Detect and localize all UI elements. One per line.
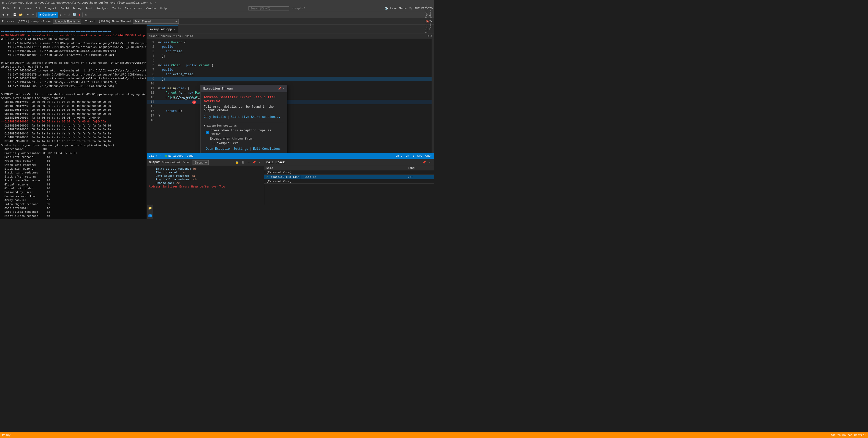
callstack-row-2[interactable]: [External Code] (264, 179, 434, 184)
main-layout: ========================================… (0, 25, 434, 219)
menu-debug[interactable]: Debug (71, 6, 84, 10)
spc-label: SPC (417, 154, 423, 158)
restart-button[interactable]: 🔄 (71, 12, 77, 18)
except-from-container: Except when thrown from: (204, 137, 284, 141)
callstack-cell-lang-1: C++ (406, 175, 434, 179)
menu-file[interactable]: File (1, 6, 12, 10)
exe-checkbox[interactable] (212, 142, 215, 145)
exception-message: Full error details can be found in the o… (204, 105, 284, 112)
live-share-button[interactable]: 📡 Live Share (385, 7, 407, 10)
output-close[interactable]: ✕ (257, 160, 262, 165)
undo-button[interactable]: ↩ (26, 12, 30, 18)
edit-conditions-link[interactable]: Edit Conditions (253, 147, 281, 151)
output-row-4: Right alloca redzone: cb (149, 178, 262, 181)
output-source-dropdown[interactable]: Debug (192, 160, 209, 165)
team-explorer-label: Team Explorer (429, 8, 432, 30)
close-button[interactable]: ✕ (154, 1, 157, 4)
thread-dropdown[interactable]: Main Thread (133, 19, 179, 24)
breadcrumb: Miscellaneous Files › Child ⊞ ⚙ (147, 33, 434, 39)
breadcrumb-folder[interactable]: Miscellaneous Files (149, 35, 181, 38)
callstack-close[interactable]: ✕ (428, 160, 432, 165)
continue-button[interactable]: ▶ Continue ▾ (37, 12, 58, 18)
menu-test[interactable]: Test (84, 6, 94, 10)
search-input[interactable] (248, 6, 289, 10)
menu-extensions[interactable]: Extensions (123, 6, 144, 10)
callstack-title: Call Stack (266, 161, 285, 164)
live-share-link[interactable]: Start Live Share session... (231, 115, 280, 119)
exception-links: Copy Details | Start Live Share session.… (204, 115, 284, 119)
split-button[interactable]: ⊞ (428, 34, 430, 38)
minimize-button[interactable]: ─ (146, 1, 149, 4)
breadcrumb-file[interactable]: Child (185, 35, 193, 38)
pin-button[interactable]: 📌 (278, 87, 282, 91)
callstack-cell-lang-0 (406, 170, 434, 175)
zoom-dropdown-icon: ▾ (159, 154, 161, 158)
callstack-panel: Call Stack 📌 ✕ Name Lang (264, 159, 434, 205)
code-editor[interactable]: 1 ⊟class Parent { 2 public: 3 int field; (147, 39, 434, 153)
active-frame-icon: ➤ (266, 175, 268, 178)
no-issues-dot (165, 155, 167, 157)
exe-item: example2.exe (204, 142, 284, 145)
toolbar-sep-4 (83, 12, 83, 17)
code-line-15: 15 (147, 104, 432, 109)
gear-icon[interactable]: ⚙ (430, 34, 432, 38)
copy-details-link[interactable]: Copy Details (204, 115, 226, 119)
settings-button[interactable]: ⚙ (84, 12, 88, 18)
redo-button[interactable]: ↪ (31, 12, 35, 18)
close-exception-button[interactable]: ✕ (283, 87, 284, 91)
step-over-button[interactable]: ⤵ (59, 12, 62, 18)
no-issues-label: No issues found (168, 154, 193, 158)
callstack-row-0[interactable]: [External Code] (264, 170, 434, 175)
zoom-level[interactable]: 111 % (149, 154, 157, 158)
output-scroll-lock[interactable]: 🔒 (235, 160, 240, 165)
code-line-8: 8 int extra_field; (147, 72, 432, 77)
solution-explorer-label: Solution Explorer (425, 5, 428, 33)
back-button[interactable]: ◀ (1, 12, 5, 18)
open-exception-settings-link[interactable]: Open Exception Settings (206, 147, 248, 151)
save-button[interactable]: 💾 (12, 12, 18, 18)
maximize-button[interactable]: □ (150, 1, 153, 4)
bottom-panels: Output Show output from: Debug 🔒 🗑 ↵ 📌 ✕ (147, 159, 434, 205)
open-button[interactable]: 📂 (18, 12, 24, 18)
forward-button[interactable]: ▶ (6, 12, 10, 18)
menu-help[interactable]: Help (158, 6, 169, 10)
output-word-wrap[interactable]: ↵ (246, 160, 251, 165)
show-from-label: Show output from: (162, 161, 190, 164)
tab-close-button[interactable]: ✕ (174, 28, 175, 31)
menu-project[interactable]: Project (43, 6, 59, 10)
menu-tools[interactable]: Tools (110, 6, 123, 10)
code-line-18: 18 (147, 118, 432, 123)
lifecycle-dropdown[interactable]: Lifecycle Events (53, 19, 81, 24)
editor-scrollbar[interactable] (432, 39, 434, 153)
callstack-pin[interactable]: 📌 (422, 160, 427, 165)
output-clear[interactable]: 🗑 (241, 160, 245, 165)
title-bar: ⚙ C:\MSDN\cpp-docs-pr\docs\c-language\AS… (0, 0, 434, 6)
status-right: Ln 9, Ch: 3 SPC CRLF (396, 154, 432, 158)
menu-edit[interactable]: Edit (12, 6, 23, 10)
menu-window[interactable]: Window (144, 6, 158, 10)
callstack-row-1[interactable]: ➤ example2.exe!main() Line 14 C++ (264, 175, 434, 179)
except-from-label: Except when thrown from: (210, 137, 254, 141)
ext-button[interactable]: 🔌 (409, 7, 412, 10)
code-line-6: 6 ⊟class Child : public Parent { (147, 63, 432, 68)
callstack-header: Call Stack 📌 ✕ (264, 159, 434, 166)
window-controls: ─ □ ✕ (146, 1, 157, 4)
exception-header: Exception Thrown 📌 ✕ (201, 85, 287, 92)
output-pin[interactable]: 📌 (252, 160, 256, 165)
tab-example2-cpp[interactable]: example2.cpp ✕ (147, 26, 178, 33)
exception-error-title: Address Sanitizer Error: Heap buffer ove… (204, 95, 284, 103)
sidebar-team-icon[interactable]: 👥 (148, 213, 153, 218)
sidebar-solution-icon[interactable]: 📁 (148, 206, 153, 211)
menu-git[interactable]: Git (33, 6, 43, 10)
stop-button[interactable]: ■ (78, 12, 82, 18)
callstack-cell-name-0: [External Code] (264, 170, 406, 175)
step-into-button[interactable]: ⤷ (63, 12, 67, 18)
code-line-1: 1 ⊟class Parent { (147, 40, 432, 45)
callstack-icons: 📌 ✕ (422, 160, 432, 165)
menu-analyze[interactable]: Analyze (94, 6, 110, 10)
step-out-button[interactable]: ⤴ (67, 12, 71, 18)
menu-view[interactable]: View (23, 6, 33, 10)
callstack-table: Name Lang [External Code] (264, 166, 434, 184)
menu-build[interactable]: Build (59, 6, 71, 10)
break-when-checkbox[interactable]: ✓ (206, 131, 209, 134)
